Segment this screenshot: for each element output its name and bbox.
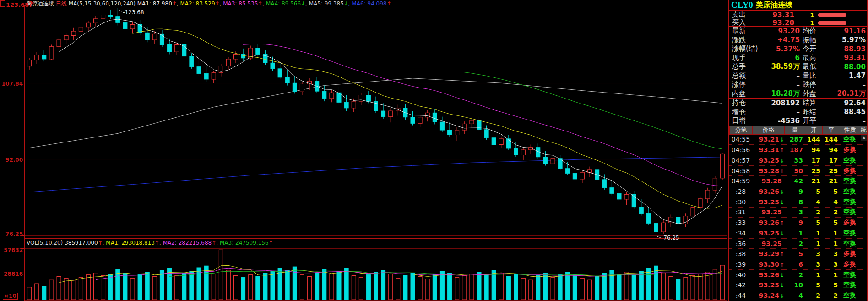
tick-open-interest-close: 3 xyxy=(822,261,840,268)
tick-direction-arrow: ↓ xyxy=(780,137,784,143)
contract-code[interactable]: CLY0 xyxy=(731,0,753,10)
tick-direction-arrow: ↓ xyxy=(780,230,784,237)
tick-time: 04:57 xyxy=(729,157,752,164)
tick-open-interest-open: 144 xyxy=(805,136,822,143)
tick-time: :39 xyxy=(729,261,752,268)
tick-row: :3193.25 322空换 xyxy=(729,208,867,218)
tick-direction-arrow: ↓ xyxy=(780,272,784,279)
tick-time: :28 xyxy=(729,188,752,195)
tick-time: :34 xyxy=(729,230,752,237)
tick-column-header[interactable]: 分笔 xyxy=(729,126,752,134)
separator: , xyxy=(305,0,309,7)
chart-header: 美原油连续 日线 MA(5,15,30,60,120,240) MA1: 87.… xyxy=(27,0,391,7)
tick-open-interest-open: 5 xyxy=(805,219,822,226)
tick-time: :40 xyxy=(729,271,752,279)
tick-open-interest-close: 17 xyxy=(822,157,840,164)
tick-volume: 42 xyxy=(784,177,805,185)
stat-value: 6 xyxy=(764,54,803,62)
quote-stat-rows: 最新93.20均价91.16涨跌+4.75振幅5.97%涨幅(结)5.37%今开… xyxy=(729,27,867,126)
stat-value: – xyxy=(829,81,866,89)
tick-price: 93.28↑ xyxy=(752,167,784,175)
tick-price: 93.25↓ xyxy=(752,157,784,164)
ma-value: MA6: 94.098 xyxy=(352,0,386,7)
ask-price[interactable]: 93.31 xyxy=(760,11,797,19)
quote-stat-row: 涨停–跌停– xyxy=(729,80,867,89)
quote-panel-header: CLY0 美原油连续 xyxy=(729,0,867,11)
tick-column-header[interactable]: 价格 xyxy=(752,126,784,134)
separator: , xyxy=(159,240,163,246)
tick-price: 93.24↓ xyxy=(752,292,784,299)
chart-period-label[interactable]: 日线 xyxy=(56,0,67,7)
direction-arrow: ↑ xyxy=(98,240,103,246)
tick-row: :3993.30↑633多换 xyxy=(729,259,867,270)
stat-value: 88.00 xyxy=(829,63,866,71)
contract-name[interactable]: 美原油连续 xyxy=(756,0,792,10)
quote-stat-row: 涨跌+4.75振幅5.97% xyxy=(729,36,867,45)
quote-panel: CLY0 美原油连续 卖出 93.31 1 买入 93.20 1 最新93.20… xyxy=(728,0,868,301)
scrollbar-up-button[interactable]: ▲ xyxy=(861,135,867,141)
tick-volume: 187 xyxy=(784,146,805,153)
tick-volume: 3 xyxy=(784,208,805,216)
tick-time: :38 xyxy=(729,250,752,257)
trading-terminal: -123.68-76.25 美原油连续 日线 MA(5,15,30,60,120… xyxy=(0,0,868,301)
tick-open-interest-open: 21 xyxy=(805,177,822,185)
tick-open-interest-open: 3 xyxy=(805,250,822,257)
tick-row: 04:5693.31↑1879494多换 xyxy=(729,145,867,155)
tick-volume: 1 xyxy=(784,230,805,237)
direction-arrow: ↑ xyxy=(258,0,262,7)
tick-nature: 空换 xyxy=(840,240,860,248)
tick-column-header[interactable]: 性质 xyxy=(840,126,860,134)
tick-volume: 2 xyxy=(784,271,805,279)
stat-label: 量比 xyxy=(803,71,829,80)
tick-direction-arrow: ↑ xyxy=(780,262,784,268)
quote-stat-row: 持仓208192结算92.64 xyxy=(729,99,867,108)
stat-value: 93.20 xyxy=(764,27,803,35)
stat-label: 总额 xyxy=(732,71,764,80)
stat-label: 现手 xyxy=(732,54,764,62)
price-axis-label: 107.84 xyxy=(0,81,23,87)
indicator-value: 385917.000 xyxy=(65,240,98,246)
tick-direction-arrow: ↑ xyxy=(780,147,784,153)
tick-open-interest-open: 17 xyxy=(805,157,822,164)
ma-value: MA5: 99.385 xyxy=(309,0,344,7)
tick-column-header[interactable]: 量 xyxy=(784,126,805,134)
vol-params: VOL(5,10,20) xyxy=(27,240,63,246)
stat-value: 88.93 xyxy=(829,45,866,53)
tick-open-interest-close: 25 xyxy=(822,167,840,175)
ma-value: MA2: 282215.688 xyxy=(163,240,212,246)
stat-label: 涨跌 xyxy=(732,36,764,44)
tick-column-header[interactable]: 统 xyxy=(860,126,867,134)
tick-column-header[interactable]: 开 xyxy=(805,126,822,134)
tick-direction-arrow: ↑ xyxy=(780,220,784,226)
stat-value: 5.37% xyxy=(764,45,803,53)
tick-row: :4293.25↓1055空换 xyxy=(729,280,867,291)
stat-label: 昨结 xyxy=(803,108,829,116)
question-mark-icon[interactable]: ? xyxy=(28,0,33,9)
svg-text:-76.25: -76.25 xyxy=(662,235,679,241)
candlestick-chart-canvas[interactable]: -123.68-76.25 xyxy=(0,0,728,301)
bid-price[interactable]: 93.20 xyxy=(760,19,797,27)
bid-row: 买入 93.20 1 xyxy=(729,18,867,26)
stat-label: 结算 xyxy=(803,99,829,107)
tick-price: 93.26↑ xyxy=(752,219,784,226)
tick-open-interest-open: 2 xyxy=(805,292,822,299)
ask-row: 卖出 93.31 1 xyxy=(729,11,867,18)
tick-price: 93.25↓ xyxy=(752,230,784,237)
tick-time: :42 xyxy=(729,281,752,289)
tick-direction-arrow: ↓ xyxy=(780,158,784,164)
tick-open-interest-close: 1 xyxy=(822,271,840,279)
separator: , xyxy=(216,240,220,246)
tick-open-interest-close: 1 xyxy=(822,240,840,247)
tick-nature: 空换 xyxy=(840,156,860,164)
tick-open-interest-open: 2 xyxy=(805,208,822,216)
ma-values: MA1: 87.980↑, MA2: 83.529↑, MA3: 85.535↑… xyxy=(137,0,391,7)
tick-price: 93.26↓ xyxy=(752,271,784,279)
tick-row: :3893.29↑533多换 xyxy=(729,249,867,259)
stat-value: +4.75 xyxy=(764,36,803,44)
ma-value: MA3: 85.535 xyxy=(223,0,258,7)
tick-open-interest-close: 1 xyxy=(822,230,840,237)
tick-column-header[interactable]: 平 xyxy=(822,126,840,134)
tick-row: :3493.25↓111空换 xyxy=(729,228,867,239)
tick-row: :3393.26↑955多换 xyxy=(729,218,867,228)
quote-stat-row: 现手6最高93.31 xyxy=(729,54,867,63)
